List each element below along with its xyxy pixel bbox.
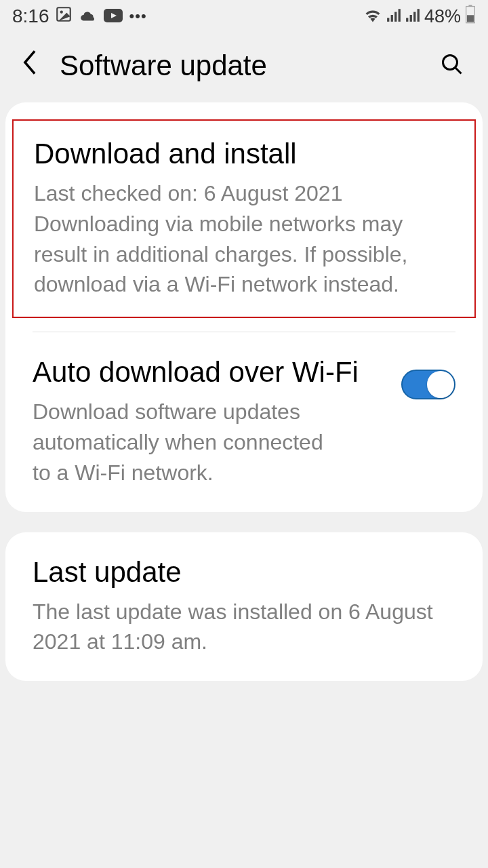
svg-rect-13 <box>467 15 474 22</box>
toggle-knob <box>427 371 454 398</box>
wifi-icon <box>363 6 382 27</box>
auto-download-desc: Download software updates automatically … <box>33 397 331 488</box>
svg-point-1 <box>60 10 62 13</box>
card-updates: Download and install Last checked on: 6 … <box>5 102 483 512</box>
cloud-icon <box>79 6 97 27</box>
svg-point-14 <box>443 56 458 70</box>
header: Software update <box>0 33 488 102</box>
svg-rect-9 <box>413 12 415 21</box>
svg-rect-4 <box>391 15 393 22</box>
svg-rect-10 <box>418 9 420 22</box>
download-install-item[interactable]: Download and install Last checked on: 6 … <box>12 119 476 318</box>
last-update-desc: The last update was installed on 6 Augus… <box>33 597 455 658</box>
auto-download-toggle[interactable] <box>401 370 455 399</box>
back-button[interactable] <box>14 50 49 82</box>
download-install-title: Download and install <box>34 138 454 170</box>
svg-rect-5 <box>394 12 396 21</box>
youtube-icon <box>104 6 123 27</box>
auto-download-title: Auto download over Wi-Fi <box>33 356 388 389</box>
battery-percent: 48% <box>424 6 461 27</box>
more-icon: ••• <box>129 7 147 25</box>
svg-rect-8 <box>410 15 412 22</box>
svg-rect-3 <box>387 18 389 22</box>
download-install-desc: Last checked on: 6 August 2021 Downloadi… <box>34 178 454 300</box>
status-time: 8:16 <box>12 5 49 27</box>
svg-rect-7 <box>406 18 408 22</box>
signal-icon-2 <box>405 6 420 27</box>
svg-line-15 <box>455 68 462 74</box>
image-icon <box>55 5 73 28</box>
auto-download-item[interactable]: Auto download over Wi-Fi Download softwa… <box>5 332 483 511</box>
signal-icon-1 <box>386 6 401 27</box>
status-bar: 8:16 ••• 48% <box>0 0 488 33</box>
search-button[interactable] <box>430 52 474 79</box>
last-update-item[interactable]: Last update The last update was installe… <box>5 532 483 682</box>
svg-rect-6 <box>399 9 401 22</box>
page-title: Software update <box>49 50 430 82</box>
last-update-title: Last update <box>33 556 455 589</box>
battery-icon <box>465 5 476 28</box>
card-last-update: Last update The last update was installe… <box>5 532 483 682</box>
